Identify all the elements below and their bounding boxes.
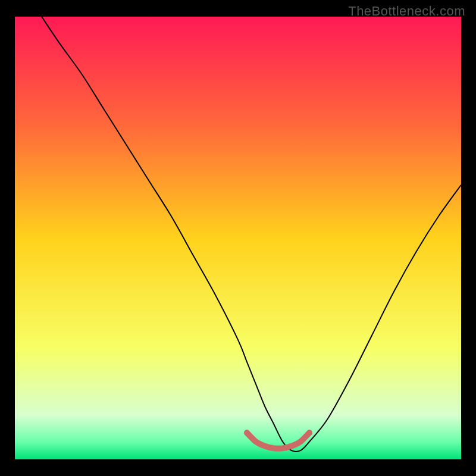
chart-plot-area: [15, 17, 461, 459]
chart-curve-layer: [15, 17, 461, 459]
sweet-zone-marker: [247, 433, 309, 449]
bottleneck-curve: [42, 17, 461, 452]
